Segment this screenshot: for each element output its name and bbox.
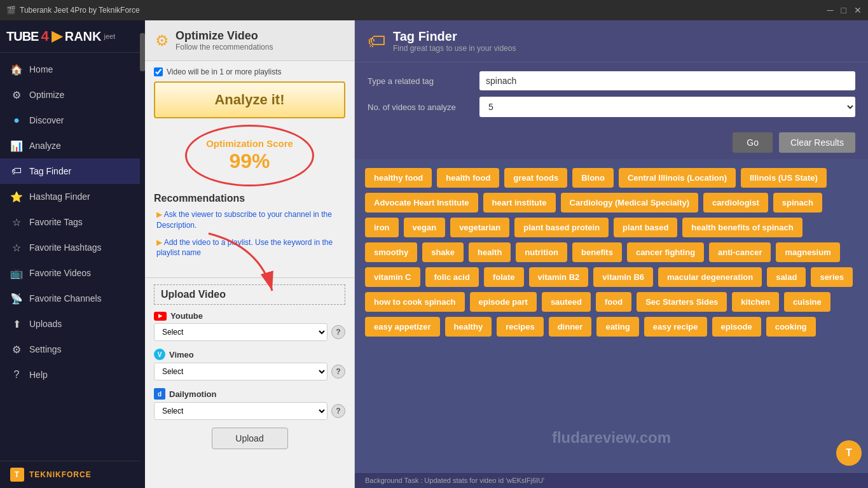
tag-badge[interactable]: Sec Starters Sides [637,292,727,312]
youtube-select[interactable]: Select [154,323,327,341]
tag-badge[interactable]: anti-cancer [709,242,771,262]
tags-area: healthy foodhealth foodgreat foodsBlonoC… [355,159,868,472]
tag-badge[interactable]: health benefits of spinach [682,218,802,237]
youtube-icon: ▶ [154,312,167,321]
uploads-icon: ⬆ [10,317,23,330]
sidebar-item-label: Optimize [29,90,64,100]
title-bar-icon: 🎬 [6,6,16,15]
tag-badge[interactable]: episode part [470,292,537,312]
upload-title: Upload Video [154,284,345,305]
tag-badge[interactable]: Central Illinois (Location) [619,168,736,188]
title-bar-controls[interactable]: ─ □ ✕ [827,5,862,15]
recommendations-title: Recommendations [154,193,345,204]
go-button[interactable]: Go [733,132,773,153]
tag-badge[interactable]: iron [365,218,399,237]
tag-badge[interactable]: Illinois (US State) [741,168,827,188]
sidebar-item-uploads[interactable]: ⬆ Uploads [0,311,140,337]
tag-badge[interactable]: plant based protein [514,218,609,237]
tag-badge[interactable]: easy appetizer [365,317,440,337]
tag-badge[interactable]: cuisine [784,292,830,312]
maximize-button[interactable]: □ [841,5,846,15]
sidebar-item-label: Settings [29,344,62,354]
tag-badge[interactable]: cancer fighting [627,242,704,262]
tag-badge[interactable]: healthy food [365,168,432,188]
dailymotion-select-row: Select ? [154,402,345,420]
tag-badge[interactable]: eating [596,317,638,337]
sidebar-item-favorite-hashtags[interactable]: ☆ Favorite Hashtags [0,235,140,260]
tag-badge[interactable]: Cardiology (Medical Specialty) [561,193,699,213]
sidebar-item-optimize[interactable]: ⚙ Optimize [0,82,140,108]
tag-badge[interactable]: recipes [497,317,544,337]
tag-badge[interactable]: Blono [572,168,614,188]
videos-count-select[interactable]: 5 10 20 [479,97,855,117]
tag-input[interactable] [479,71,855,90]
tag-badge[interactable]: smoothy [365,242,417,262]
tag-badge[interactable]: vitamin B2 [529,267,589,287]
logo-arrow: ▶ [52,28,62,45]
playlist-checkbox[interactable] [154,67,163,76]
tag-badge[interactable]: benefits [572,242,622,262]
videos-count-label: No. of videos to analyze [368,102,469,112]
dailymotion-help-button[interactable]: ? [331,404,345,418]
sidebar-item-settings[interactable]: ⚙ Settings [0,337,140,362]
youtube-help-button[interactable]: ? [331,325,345,339]
tag-badge[interactable]: kitchen [732,292,779,312]
sidebar-scrollbar-thumb[interactable] [140,33,145,71]
tag-badge[interactable]: episode [712,317,761,337]
minimize-button[interactable]: ─ [827,5,834,15]
tag-badge[interactable]: food [596,292,631,312]
tag-badge[interactable]: great foods [504,168,567,188]
tag-badge[interactable]: macular degeneration [658,267,762,287]
tag-badge[interactable]: healthy [445,317,492,337]
tag-badge[interactable]: easy recipe [644,317,707,337]
youtube-label: Youtube [170,311,203,321]
sidebar-item-hashtag-finder[interactable]: ⭐ Hashtag Finder [0,184,140,209]
tag-badge[interactable]: sauteed [542,292,591,312]
tag-badge[interactable]: cardiologist [703,193,768,213]
vimeo-help-button[interactable]: ? [331,365,345,379]
tag-badge[interactable]: cooking [766,317,816,337]
analyze-button[interactable]: Analyze it! [154,81,345,118]
tag-badge[interactable]: heart institute [483,193,556,213]
tag-badge[interactable]: magnesium [776,242,839,262]
upload-button[interactable]: Upload [212,428,288,449]
vimeo-select-row: Select ? [154,363,345,380]
clear-results-button[interactable]: Clear Results [779,132,855,153]
vimeo-select[interactable]: Select [154,363,327,380]
sidebar-item-discover[interactable]: ● Discover [0,108,140,133]
tag-badge[interactable]: vitamin B6 [593,267,653,287]
sidebar-item-analyze[interactable]: 📊 Analyze [0,133,140,158]
sidebar-item-home[interactable]: 🏠 Home [0,57,140,82]
sidebar-item-help[interactable]: ? Help [0,362,140,387]
tag-badge[interactable]: dinner [549,317,592,337]
tag-badge[interactable]: salad [767,267,806,287]
sidebar-item-favorite-tags[interactable]: ☆ Favorite Tags [0,209,140,235]
close-button[interactable]: ✕ [854,5,862,15]
tag-badge[interactable]: folic acid [425,267,479,287]
sidebar-item-tag-finder[interactable]: 🏷 Tag Finder [0,158,140,184]
tag-badge[interactable]: series [811,267,853,287]
sidebar-scrollbar[interactable] [140,20,145,488]
tag-badge[interactable]: nutrition [516,242,567,262]
tag-badge[interactable]: vitamin C [365,267,420,287]
sidebar-item-favorite-channels[interactable]: 📡 Favorite Channels [0,286,140,311]
sidebar: TUBE 4 ▶ RANK jeet 🏠 Home ⚙ Optimize ● D… [0,20,140,488]
sidebar-item-favorite-videos[interactable]: 📺 Favorite Videos [0,260,140,286]
help-icon: ? [10,368,23,381]
tag-badge[interactable]: folate [484,267,524,287]
tag-badge[interactable]: plant based [614,218,677,237]
sidebar-logo: TUBE 4 ▶ RANK jeet [0,20,140,53]
tf-logo: T [836,440,862,466]
dailymotion-select[interactable]: Select [154,402,327,420]
tag-badge[interactable]: Advocate Heart Institute [365,193,478,213]
youtube-platform: ▶ Youtube Select ? [154,311,345,341]
tag-badge[interactable]: shake [422,242,464,262]
tag-badge[interactable]: health food [437,168,499,188]
tag-input-row: Type a related tag [368,71,855,90]
tag-badge[interactable]: spinach [773,193,822,213]
tag-badge[interactable]: health [469,242,511,262]
tag-badge[interactable]: vegan [404,218,446,237]
divider [145,277,354,278]
tag-badge[interactable]: vegetarian [450,218,509,237]
tag-badge[interactable]: how to cook spinach [365,292,465,312]
